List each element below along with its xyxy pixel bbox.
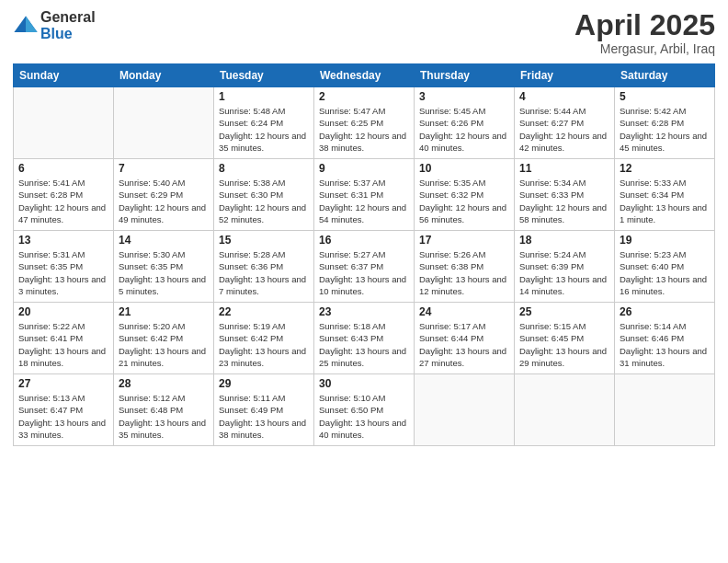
day-info: Sunrise: 5:13 AMSunset: 6:47 PMDaylight:… (18, 392, 108, 441)
day-number: 9 (319, 162, 409, 175)
calendar-cell: 16Sunrise: 5:27 AMSunset: 6:37 PMDayligh… (314, 231, 415, 303)
day-number: 30 (319, 377, 409, 390)
day-info: Sunrise: 5:34 AMSunset: 6:33 PMDaylight:… (519, 177, 609, 225)
page: General Blue April 2025 Mergasur, Arbil,… (0, 0, 728, 563)
calendar-week-row: 13Sunrise: 5:31 AMSunset: 6:35 PMDayligh… (14, 231, 715, 303)
day-info: Sunrise: 5:23 AMSunset: 6:40 PMDaylight:… (620, 248, 710, 297)
calendar-cell: 26Sunrise: 5:14 AMSunset: 6:46 PMDayligh… (615, 303, 715, 374)
day-number: 22 (219, 305, 309, 318)
subtitle: Mergasur, Arbil, Iraq (574, 41, 715, 56)
day-number: 25 (519, 305, 609, 318)
calendar-cell: 24Sunrise: 5:17 AMSunset: 6:44 PMDayligh… (415, 303, 515, 374)
calendar-table: SundayMondayTuesdayWednesdayThursdayFrid… (13, 63, 715, 446)
day-info: Sunrise: 5:48 AMSunset: 6:24 PMDaylight:… (219, 105, 309, 154)
day-number: 1 (219, 90, 309, 103)
day-info: Sunrise: 5:41 AMSunset: 6:28 PMDaylight:… (18, 177, 108, 225)
day-number: 24 (419, 305, 509, 318)
day-number: 13 (18, 234, 108, 247)
day-info: Sunrise: 5:17 AMSunset: 6:44 PMDaylight:… (419, 320, 509, 369)
header: General Blue April 2025 Mergasur, Arbil,… (13, 9, 715, 56)
calendar-cell: 21Sunrise: 5:20 AMSunset: 6:42 PMDayligh… (114, 303, 214, 374)
day-info: Sunrise: 5:35 AMSunset: 6:32 PMDaylight:… (419, 177, 509, 225)
calendar-cell: 5Sunrise: 5:42 AMSunset: 6:28 PMDaylight… (615, 87, 715, 159)
day-number: 21 (119, 305, 209, 318)
day-info: Sunrise: 5:12 AMSunset: 6:48 PMDaylight:… (119, 392, 209, 441)
day-info: Sunrise: 5:27 AMSunset: 6:37 PMDaylight:… (319, 248, 409, 297)
calendar-cell: 18Sunrise: 5:24 AMSunset: 6:39 PMDayligh… (515, 231, 615, 303)
calendar-cell: 23Sunrise: 5:18 AMSunset: 6:43 PMDayligh… (314, 303, 415, 374)
calendar-header-saturday: Saturday (615, 64, 715, 87)
day-info: Sunrise: 5:19 AMSunset: 6:42 PMDaylight:… (219, 320, 309, 369)
calendar-cell (14, 87, 114, 159)
calendar-cell: 11Sunrise: 5:34 AMSunset: 6:33 PMDayligh… (515, 159, 615, 231)
logo: General Blue (13, 9, 96, 41)
calendar-cell: 19Sunrise: 5:23 AMSunset: 6:40 PMDayligh… (615, 231, 715, 303)
calendar-cell: 17Sunrise: 5:26 AMSunset: 6:38 PMDayligh… (415, 231, 515, 303)
day-info: Sunrise: 5:22 AMSunset: 6:41 PMDaylight:… (18, 320, 108, 369)
day-info: Sunrise: 5:18 AMSunset: 6:43 PMDaylight:… (319, 320, 409, 369)
calendar-cell (114, 87, 214, 159)
day-number: 29 (219, 377, 309, 390)
calendar-header-friday: Friday (515, 64, 615, 87)
day-info: Sunrise: 5:15 AMSunset: 6:45 PMDaylight:… (519, 320, 609, 369)
calendar-cell: 20Sunrise: 5:22 AMSunset: 6:41 PMDayligh… (14, 303, 114, 374)
day-info: Sunrise: 5:30 AMSunset: 6:35 PMDaylight:… (119, 248, 209, 297)
day-number: 7 (119, 162, 209, 175)
day-info: Sunrise: 5:14 AMSunset: 6:46 PMDaylight:… (620, 320, 710, 369)
calendar-cell: 30Sunrise: 5:10 AMSunset: 6:50 PMDayligh… (314, 374, 415, 446)
calendar-week-row: 6Sunrise: 5:41 AMSunset: 6:28 PMDaylight… (14, 159, 715, 231)
day-info: Sunrise: 5:44 AMSunset: 6:27 PMDaylight:… (519, 105, 609, 154)
day-number: 5 (620, 90, 710, 103)
day-number: 23 (319, 305, 409, 318)
day-number: 28 (119, 377, 209, 390)
day-info: Sunrise: 5:11 AMSunset: 6:49 PMDaylight:… (219, 392, 309, 441)
day-number: 18 (519, 234, 609, 247)
day-number: 16 (319, 234, 409, 247)
day-info: Sunrise: 5:24 AMSunset: 6:39 PMDaylight:… (519, 248, 609, 297)
calendar-cell: 10Sunrise: 5:35 AMSunset: 6:32 PMDayligh… (415, 159, 515, 231)
calendar-cell (515, 374, 615, 446)
calendar-header-tuesday: Tuesday (214, 64, 314, 87)
calendar-cell (615, 374, 715, 446)
day-number: 17 (419, 234, 509, 247)
calendar-cell (415, 374, 515, 446)
calendar-cell: 22Sunrise: 5:19 AMSunset: 6:42 PMDayligh… (214, 303, 314, 374)
logo-general: General (40, 9, 96, 26)
calendar-cell: 9Sunrise: 5:37 AMSunset: 6:31 PMDaylight… (314, 159, 415, 231)
calendar-cell: 14Sunrise: 5:30 AMSunset: 6:35 PMDayligh… (114, 231, 214, 303)
day-info: Sunrise: 5:38 AMSunset: 6:30 PMDaylight:… (219, 177, 309, 225)
calendar-cell: 13Sunrise: 5:31 AMSunset: 6:35 PMDayligh… (14, 231, 114, 303)
day-info: Sunrise: 5:10 AMSunset: 6:50 PMDaylight:… (319, 392, 409, 441)
day-info: Sunrise: 5:33 AMSunset: 6:34 PMDaylight:… (620, 177, 710, 225)
calendar-cell: 28Sunrise: 5:12 AMSunset: 6:48 PMDayligh… (114, 374, 214, 446)
calendar-cell: 12Sunrise: 5:33 AMSunset: 6:34 PMDayligh… (615, 159, 715, 231)
calendar-cell: 1Sunrise: 5:48 AMSunset: 6:24 PMDaylight… (214, 87, 314, 159)
day-number: 4 (519, 90, 609, 103)
day-number: 15 (219, 234, 309, 247)
day-number: 8 (219, 162, 309, 175)
calendar-header-sunday: Sunday (14, 64, 114, 87)
day-info: Sunrise: 5:20 AMSunset: 6:42 PMDaylight:… (119, 320, 209, 369)
calendar-cell: 7Sunrise: 5:40 AMSunset: 6:29 PMDaylight… (114, 159, 214, 231)
day-number: 19 (620, 234, 710, 247)
day-number: 2 (319, 90, 409, 103)
calendar-header-wednesday: Wednesday (314, 64, 415, 87)
svg-marker-1 (26, 16, 38, 32)
day-info: Sunrise: 5:28 AMSunset: 6:36 PMDaylight:… (219, 248, 309, 297)
calendar-week-row: 1Sunrise: 5:48 AMSunset: 6:24 PMDaylight… (14, 87, 715, 159)
day-info: Sunrise: 5:47 AMSunset: 6:25 PMDaylight:… (319, 105, 409, 154)
calendar-cell: 27Sunrise: 5:13 AMSunset: 6:47 PMDayligh… (14, 374, 114, 446)
calendar-cell: 15Sunrise: 5:28 AMSunset: 6:36 PMDayligh… (214, 231, 314, 303)
day-number: 26 (620, 305, 710, 318)
calendar-week-row: 27Sunrise: 5:13 AMSunset: 6:47 PMDayligh… (14, 374, 715, 446)
logo-blue: Blue (40, 26, 96, 42)
day-info: Sunrise: 5:37 AMSunset: 6:31 PMDaylight:… (319, 177, 409, 225)
day-number: 3 (419, 90, 509, 103)
logo-text: General Blue (40, 9, 96, 41)
calendar-cell: 8Sunrise: 5:38 AMSunset: 6:30 PMDaylight… (214, 159, 314, 231)
logo-icon (13, 13, 39, 39)
month-title: April 2025 (574, 9, 715, 41)
day-number: 14 (119, 234, 209, 247)
calendar-header-row: SundayMondayTuesdayWednesdayThursdayFrid… (14, 64, 715, 87)
calendar-header-thursday: Thursday (415, 64, 515, 87)
